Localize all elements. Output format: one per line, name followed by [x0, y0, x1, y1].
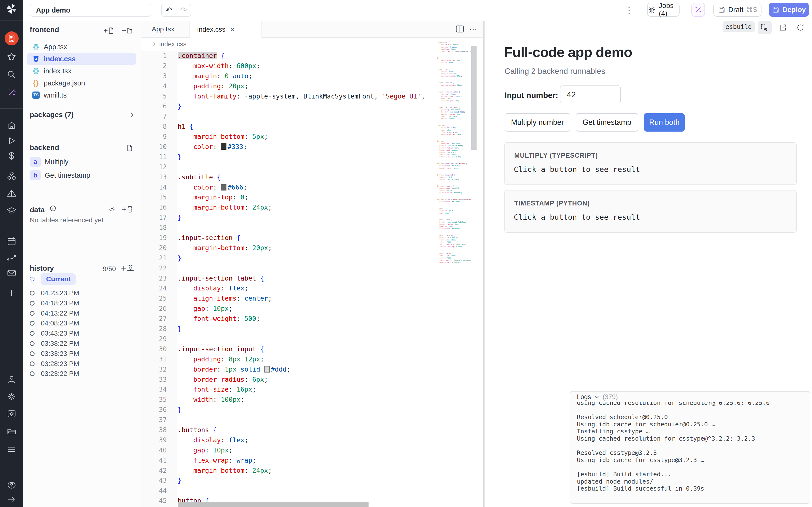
- add-file-button[interactable]: [103, 26, 114, 35]
- search-icon[interactable]: [0, 68, 23, 81]
- minimap[interactable]: .container { max-width: 600px; margin: 0…: [438, 42, 471, 283]
- code-line-text[interactable]: padding: 20px;: [167, 81, 248, 91]
- app-name-input[interactable]: App demo: [30, 4, 151, 17]
- code-line-text[interactable]: margin-bottom: 20px;: [167, 243, 272, 253]
- code-line[interactable]: 1.container {: [141, 51, 483, 61]
- code-line-text[interactable]: padding: 8px 12px;: [167, 354, 264, 364]
- add-plus-icon[interactable]: [0, 287, 23, 299]
- code-line-text[interactable]: margin: 0 auto;: [167, 71, 252, 81]
- more-menu-button[interactable]: ⋮: [624, 3, 634, 17]
- code-line-text[interactable]: [167, 223, 177, 233]
- code-line[interactable]: 13.subtitle {: [141, 172, 483, 182]
- code-line-text[interactable]: [167, 162, 177, 172]
- breadcrumb[interactable]: index.css: [141, 38, 483, 51]
- code-line[interactable]: 15 margin-top: 0;: [141, 192, 483, 202]
- code-line[interactable]: 42 margin-bottom: 24px;: [141, 465, 483, 475]
- add-runnable-button[interactable]: [121, 144, 132, 152]
- windmill-logo-icon[interactable]: [0, 2, 23, 15]
- code-line-text[interactable]: }: [167, 324, 182, 334]
- code-line-text[interactable]: font-weight: 500;: [167, 314, 260, 324]
- code-line[interactable]: 31 padding: 8px 12px;: [141, 354, 483, 364]
- schedules-calendar-icon[interactable]: [0, 235, 23, 248]
- code-line-text[interactable]: border-radius: 6px;: [167, 375, 268, 385]
- number-input[interactable]: 42: [560, 86, 621, 103]
- runs-play-icon[interactable]: [0, 134, 23, 147]
- tab-app-tsx[interactable]: App.tsx: [145, 21, 182, 38]
- code-line-text[interactable]: [167, 415, 177, 425]
- mail-icon[interactable]: [0, 267, 23, 279]
- apps-icon[interactable]: [0, 32, 23, 45]
- file-item-wmill.ts[interactable]: TSwmill.ts: [27, 89, 136, 101]
- code-line[interactable]: 33 border-radius: 6px;: [141, 375, 483, 385]
- code-line[interactable]: 18: [141, 223, 483, 233]
- code-line-text[interactable]: margin-top: 0;: [167, 192, 248, 202]
- code-line-text[interactable]: }: [167, 405, 182, 415]
- split-editor-icon[interactable]: [456, 25, 464, 33]
- tab-index-css[interactable]: index.css ×: [190, 21, 262, 38]
- code-line[interactable]: 32 border: 1px solid #ddd;: [141, 364, 483, 375]
- panel-resize-handle[interactable]: [483, 21, 485, 507]
- code-line[interactable]: 9 margin-bottom: 5px;: [141, 131, 483, 142]
- file-item-index.tsx[interactable]: index.tsx: [27, 65, 136, 77]
- code-line[interactable]: 3 margin: 0 auto;: [141, 71, 483, 81]
- redo-button[interactable]: ↷: [176, 4, 191, 16]
- expand-arrow-icon[interactable]: [0, 493, 23, 506]
- code-line-text[interactable]: font-size: 16px;: [167, 384, 256, 394]
- code-line[interactable]: 38.buttons {: [141, 425, 483, 435]
- code-line-text[interactable]: margin-bottom: 5px;: [167, 131, 268, 142]
- ai-assistant-button[interactable]: [692, 3, 705, 17]
- add-folder-button[interactable]: [121, 26, 132, 35]
- get-timestamp-button[interactable]: Get timestamp: [576, 113, 638, 131]
- code-line-text[interactable]: gap: 10px;: [167, 445, 233, 455]
- code-line[interactable]: 14 color: #666;: [141, 182, 483, 192]
- code-line-text[interactable]: display: flex;: [167, 435, 248, 445]
- history-current[interactable]: Current: [30, 273, 76, 285]
- vertical-scrollbar[interactable]: [471, 46, 476, 150]
- home-icon[interactable]: [0, 119, 23, 132]
- packages-section[interactable]: packages (7): [30, 111, 74, 119]
- code-line-text[interactable]: }: [167, 253, 182, 263]
- code-line[interactable]: 40 gap: 10px;: [141, 445, 483, 455]
- code-line-text[interactable]: .buttons {: [167, 425, 217, 435]
- code-line[interactable]: 37: [141, 415, 483, 425]
- camera-icon[interactable]: [126, 264, 135, 271]
- code-line[interactable]: 30.input-section input {: [141, 344, 483, 354]
- editor-more-icon[interactable]: ⋯: [469, 24, 477, 34]
- code-line-text[interactable]: color: #333;: [167, 142, 247, 152]
- code-line-text[interactable]: }: [167, 101, 182, 111]
- run-both-button[interactable]: Run both: [644, 113, 684, 131]
- history-entry[interactable]: 04:18:23 PM: [30, 299, 79, 307]
- data-settings-gear-icon[interactable]: [108, 206, 116, 213]
- code-line[interactable]: 11}: [141, 152, 483, 162]
- code-line[interactable]: 10 color: #333;: [141, 142, 483, 152]
- code-line-text[interactable]: .input-section label {: [167, 273, 264, 283]
- file-item-App.tsx[interactable]: App.tsx: [27, 41, 136, 53]
- code-line[interactable]: 29: [141, 334, 483, 344]
- list-icon[interactable]: [0, 443, 23, 456]
- code-line-text[interactable]: gap: 10px;: [167, 303, 233, 314]
- history-entry[interactable]: 03:23:22 PM: [30, 370, 79, 378]
- graduation-cap-icon[interactable]: [0, 205, 23, 217]
- code-line[interactable]: 4 padding: 20px;: [141, 81, 483, 91]
- code-line-text[interactable]: }: [167, 152, 182, 162]
- file-item-package.json[interactable]: {}package.json: [27, 77, 136, 89]
- code-area[interactable]: 1.container {2 max-width: 600px;3 margin…: [141, 51, 483, 507]
- select-element-button[interactable]: [758, 21, 772, 34]
- multiply-number-button[interactable]: Multiply number: [505, 113, 570, 131]
- code-line-text[interactable]: .subtitle {: [167, 172, 221, 182]
- settings-gear-icon[interactable]: [0, 390, 23, 403]
- history-entry[interactable]: 04:23:23 PM: [30, 289, 79, 297]
- history-entry[interactable]: 04:08:23 PM: [30, 320, 79, 327]
- code-line[interactable]: 6}: [141, 101, 483, 111]
- help-icon[interactable]: [0, 479, 23, 492]
- code-line[interactable]: 27 font-weight: 500;: [141, 314, 483, 324]
- draft-save-button[interactable]: Draft ⌘S: [713, 3, 761, 17]
- workers-server-icon[interactable]: [0, 407, 23, 420]
- close-tab-icon[interactable]: ×: [230, 25, 235, 34]
- user-icon[interactable]: [0, 373, 23, 386]
- code-line-text[interactable]: }: [167, 475, 182, 486]
- code-line[interactable]: 5 font-family: -apple-system, BlinkMacSy…: [141, 91, 483, 101]
- history-entry[interactable]: 03:28:23 PM: [30, 360, 79, 368]
- code-line-text[interactable]: .input-section input {: [167, 344, 264, 354]
- code-line-text[interactable]: h1 {: [167, 121, 193, 131]
